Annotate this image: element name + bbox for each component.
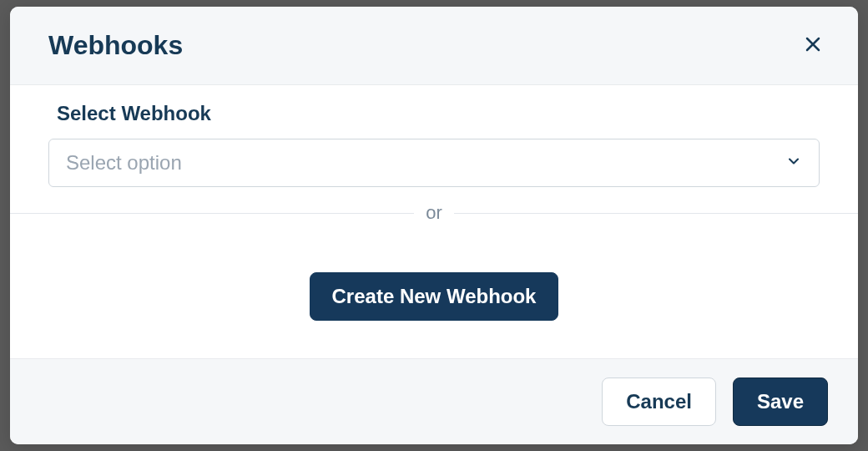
save-button[interactable]: Save [733, 378, 828, 426]
modal-title: Webhooks [48, 30, 183, 61]
modal-footer: Cancel Save [10, 358, 858, 444]
cancel-button[interactable]: Cancel [602, 378, 716, 426]
divider-text: or [426, 202, 442, 224]
divider-line-left [10, 213, 414, 214]
modal-body: Select Webhook Select option or Create N… [10, 85, 858, 358]
divider: or [10, 202, 858, 224]
create-new-webhook-button[interactable]: Create New Webhook [310, 272, 559, 321]
webhook-select[interactable]: Select option [48, 139, 820, 187]
modal-header: Webhooks [10, 7, 858, 85]
select-webhook-label: Select Webhook [10, 102, 858, 139]
close-icon [803, 34, 823, 57]
create-row: Create New Webhook [10, 224, 858, 356]
chevron-down-icon [785, 153, 802, 173]
close-button[interactable] [800, 31, 826, 60]
select-wrapper: Select option [10, 139, 858, 187]
divider-line-right [454, 213, 858, 214]
webhooks-modal: Webhooks Select Webhook Select option [10, 7, 858, 444]
select-placeholder: Select option [66, 151, 182, 175]
